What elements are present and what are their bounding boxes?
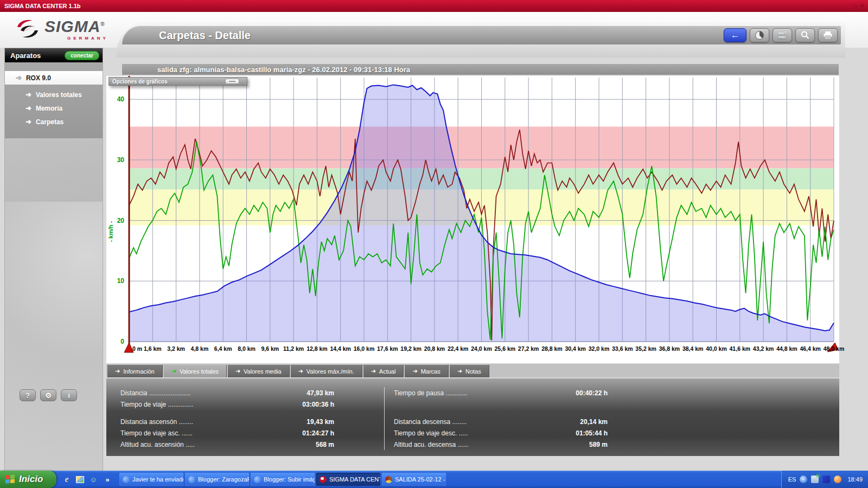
sidebar-item-label: Memoria	[36, 105, 62, 112]
totals-value: 03:00:36 h	[302, 401, 337, 408]
zoom-button[interactable]	[795, 28, 815, 42]
taskbar-button-label: Blogger: ZaragozaFin...	[198, 476, 249, 483]
footer-button-icon: ?	[25, 391, 30, 400]
arrow-icon: ➜	[25, 91, 31, 99]
column-divider	[384, 387, 385, 450]
sidebar-header-label: Aparatos	[10, 52, 41, 60]
x-tick-label: 16,0 km	[354, 345, 375, 352]
totals-value: 47,93 km	[307, 389, 337, 397]
logo-brand: SIGMA®	[44, 17, 105, 36]
x-tick-label: 41,6 km	[730, 345, 751, 352]
tab-label: Marcas	[421, 368, 441, 375]
sidebar-item[interactable]: ➜ ROX 9.0	[5, 71, 103, 85]
totals-value: 20,14 km	[580, 418, 611, 426]
minimize-icon[interactable]: _	[847, 3, 850, 9]
image-viewer-icon[interactable]	[76, 476, 84, 483]
x-tick-label: 38,4 km	[682, 345, 704, 352]
view-mode-button[interactable]	[750, 28, 769, 42]
totals-row: Tiempo de viaje desc. ..... 01:05:44 h	[394, 427, 611, 439]
taskbar-window-button[interactable]: SALIDA 25-02-12 - P...	[382, 473, 446, 486]
sigma-swoosh-icon	[15, 18, 40, 39]
y-tick-label: 40	[117, 95, 125, 103]
x-tick-label: 19,2 km	[400, 345, 422, 352]
taskbar-button-icon	[385, 476, 392, 483]
page-title: Carpetas - Detalle	[122, 29, 251, 42]
tray-network-icon[interactable]	[811, 476, 819, 483]
window-controls: _ □ ×	[847, 3, 864, 9]
totals-left-column: Distancia ....................... 47,93 …	[120, 387, 337, 450]
totals-row: Altitud acu. ascensión ..... 568 m	[120, 439, 337, 450]
sidebar-item-label: Valores totales	[36, 91, 82, 99]
totals-row: Distancia ascensón ........ 19,43 km	[120, 416, 337, 427]
detail-tab[interactable]: ➜ Valores máx./mín.	[291, 365, 362, 377]
sidebar-item[interactable]: ➜ Valores totales	[5, 88, 103, 101]
taskbar-button-label: SIGMA DATA CENTE...	[329, 476, 380, 483]
detail-tab[interactable]: ➜ Valores totales	[164, 365, 227, 377]
taskbar-window-button[interactable]: SIGMA DATA CENTE...	[316, 473, 380, 486]
taskbar-button-icon	[254, 476, 261, 483]
chart-svg[interactable]: 0 m1,6 km3,2 km4,8 km6,4 km8,0 km9,6 km1…	[105, 75, 845, 363]
registered-mark: ®	[100, 21, 105, 27]
start-button[interactable]: Inicio	[0, 471, 56, 488]
y-tick-label: 0	[120, 338, 124, 345]
sidebar-item[interactable]: ➜ Memoria	[5, 101, 103, 115]
x-tick-label: 11,2 km	[283, 345, 304, 352]
x-tick-label: 36,8 km	[659, 345, 680, 352]
detail-tab[interactable]: ➜ Actual	[363, 365, 404, 377]
y-tick-label: 30	[117, 156, 125, 164]
x-tick-label: 8,0 km	[238, 345, 256, 352]
sidebar-item[interactable]: ➜ Carpetas	[5, 115, 103, 129]
chart-options-panel[interactable]: Opciones de gráficos	[108, 77, 247, 86]
y-axis-unit-label: - km/h -	[107, 221, 114, 242]
track-info-bar: salida zfg: almunias-balsa-castillo mari…	[122, 64, 839, 75]
quick-launch-overflow-icon[interactable]: »	[103, 474, 112, 484]
totals-row: Tiempo de viaje asc. ...... 01:24:27 h	[120, 427, 337, 439]
totals-label: Distancia ascensón ........	[120, 418, 193, 426]
footer-button[interactable]: ?	[20, 389, 36, 401]
messenger-icon[interactable]: ☺	[88, 474, 98, 484]
totals-value: 01:24:27 h	[302, 429, 337, 437]
footer-button[interactable]: i	[61, 389, 77, 401]
totals-label: Altitud acu. ascensión .....	[120, 441, 195, 448]
detail-tab[interactable]: ➜ Notas	[450, 365, 489, 377]
tray-app-icon[interactable]	[822, 476, 830, 483]
x-tick-label: 46,4 km	[800, 345, 821, 352]
taskbar-button-label: Javier te ha enviado ...	[132, 476, 183, 483]
tray-back-arrow-icon[interactable]: <	[800, 476, 807, 483]
clock: 18:49	[845, 476, 863, 483]
back-button[interactable]: ←	[724, 28, 746, 42]
detail-tab[interactable]: ➜ Valores media	[228, 365, 290, 377]
x-tick-label: 48,0 km	[824, 345, 845, 352]
tab-label: Valores totales	[180, 368, 219, 375]
y-tick-label: 20	[117, 217, 125, 224]
tray-update-icon[interactable]	[834, 476, 841, 483]
collapse-button[interactable]	[225, 79, 239, 84]
taskbar-window-button[interactable]: Javier te ha enviado ...	[119, 473, 183, 486]
connect-button[interactable]: conectar	[65, 51, 99, 60]
application-window: SIGMA DATA CENTER 1.1b _ □ × SIGMA® GERM…	[0, 0, 868, 488]
logo-country: GERMANY	[67, 36, 108, 41]
internet-explorer-icon[interactable]: e	[62, 474, 72, 484]
language-indicator[interactable]: ES	[788, 476, 796, 483]
totals-row: Tiempo de viaje .............. 03:00:36 …	[120, 399, 337, 410]
x-tick-label: 43,2 km	[753, 345, 774, 352]
close-icon[interactable]: ×	[860, 3, 864, 9]
totals-label: Tiempo de pausa ............	[394, 389, 468, 397]
maximize-icon[interactable]: □	[853, 3, 857, 9]
totals-label: Tiempo de viaje asc. ......	[120, 429, 193, 437]
totals-row: Altitud acu. descensa ...... 589 m	[394, 439, 611, 450]
detail-tab[interactable]: ➜ Marcas	[405, 365, 448, 377]
footer-button-icon: ⚙	[45, 391, 52, 400]
taskbar-window-button[interactable]: Blogger: ZaragozaFin...	[185, 473, 249, 486]
x-tick-label: 22,4 km	[448, 345, 469, 352]
footer-button[interactable]: ⚙	[40, 389, 56, 401]
window-title: SIGMA DATA CENTER 1.1b	[4, 3, 81, 9]
detail-tab[interactable]: ➜ Información	[107, 365, 163, 377]
sidebar-item-label: ROX 9.0	[26, 74, 51, 82]
taskbar-window-button[interactable]: Blogger: Subir imágen...	[251, 473, 315, 486]
totals-row: Distancia ....................... 47,93 …	[120, 387, 337, 399]
x-tick-label: 30,4 km	[565, 345, 586, 352]
print-button[interactable]	[818, 28, 838, 42]
unit-toggle-button[interactable]: km⤴min	[773, 28, 792, 42]
x-tick-label: 44,8 km	[776, 345, 797, 352]
